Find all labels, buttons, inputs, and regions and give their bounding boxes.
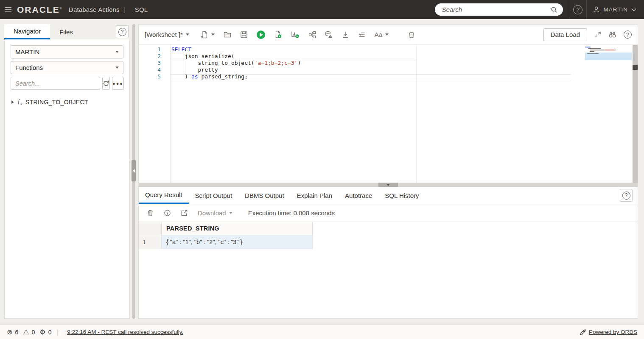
collapse-left-icon [133,169,135,172]
autotrace-button[interactable] [291,31,300,39]
user-name: MARTIN [603,6,628,13]
open-in-new-window-button[interactable] [181,209,188,217]
expand-icon [594,31,601,38]
chevron-down-icon [115,51,119,53]
results-help-button[interactable]: ? [620,189,633,202]
result-info-button[interactable] [164,209,171,217]
refresh-button[interactable] [102,77,110,90]
process-counter[interactable]: ⚙ 0 [39,328,51,336]
row-number-header[interactable] [139,222,162,235]
more-options-button[interactable]: ●●● [112,77,124,90]
trash-icon [147,209,154,217]
splitter-handle[interactable] [378,183,398,187]
global-search-input[interactable] [442,6,550,13]
code-line[interactable]: 1SELECT [139,46,638,53]
status-message-link[interactable]: 9:22:16 AM - REST call resolved successf… [67,329,183,335]
refresh-icon [103,80,109,87]
text-case-icon: Aa [375,31,382,38]
splitter-collapse-handle[interactable] [132,160,136,181]
help-icon: ? [624,31,632,39]
open-in-new-icon [181,209,188,217]
hamburger-menu-icon[interactable] [0,0,16,19]
code-line[interactable]: 4 pretty [139,67,638,73]
user-menu[interactable]: MARTIN [587,6,644,13]
warning-icon: ⚠ [23,328,29,336]
global-search[interactable] [435,3,563,16]
powered-by-ords-link[interactable]: Powered by ORDS [589,329,637,335]
status-bar: ⊗ 6 ⚠ 0 ⚙ 0 | 9:22:16 AM - REST call res… [0,325,644,339]
tab-dbms-output[interactable]: DBMS Output [238,187,291,204]
app-title: Database Actions [69,6,120,13]
open-folder-icon [224,31,231,39]
tree-item-string-to-object[interactable]: ƒx STRING_TO_OBJECT [11,95,123,109]
tab-navigator[interactable]: Navigator [4,24,50,39]
sidebar-splitter[interactable] [130,24,138,319]
download-editor-button[interactable] [342,31,349,39]
explain-plan-button[interactable] [308,31,316,39]
save-button[interactable] [240,31,248,39]
object-search-input[interactable] [11,77,100,90]
title-separator: | [123,6,125,13]
explain-plan-icon [308,31,316,39]
row-number-cell[interactable]: 1 [139,235,162,249]
trash-icon [408,31,415,39]
maximize-button[interactable] [594,31,601,38]
run-statement-button[interactable] [257,31,265,39]
find-button[interactable] [608,31,616,38]
tab-sql-history[interactable]: SQL History [378,187,425,204]
code-line[interactable]: 3 string_to_object('a=1;b=2;c=3') [139,60,638,67]
tab-query-result[interactable]: Query Result [139,187,189,204]
clear-results-button[interactable] [147,209,154,217]
sidebar-help-button[interactable]: ? [116,25,129,38]
editor-scrollbar-marker[interactable] [633,65,638,70]
help-icon: ? [622,192,630,200]
status-divider: | [57,329,59,336]
code-area[interactable]: 1SELECT 2 json_serialize( 3 string_to_ob… [139,46,638,80]
column-header-parsed-string[interactable]: PARSED_STRING [162,222,313,235]
schema-select[interactable]: MARTIN [11,45,123,58]
data-load-button[interactable]: Data Load [543,28,587,41]
editor-minimap[interactable] [585,47,632,61]
tab-autotrace[interactable]: Autotrace [339,187,378,204]
topbar-help-button[interactable]: ? [569,5,586,14]
new-file-button[interactable] [201,31,215,39]
text-case-button[interactable]: Aa [375,31,389,38]
chevron-down-icon [211,33,215,36]
worksheet-help-button[interactable]: ? [624,31,632,39]
db-metrics-button[interactable] [325,31,333,39]
search-icon[interactable] [550,6,558,14]
new-file-icon [201,31,208,39]
chevron-down-icon [115,67,119,69]
result-value-cell[interactable]: { "a" : "1", "b" : "2", "c" : "3" } [162,235,313,249]
tab-files[interactable]: Files [50,24,82,39]
code-line[interactable]: 2 json_serialize( [139,53,638,60]
run-script-icon [274,31,282,39]
tab-script-output[interactable]: Script Output [189,187,239,204]
binoculars-icon [608,31,616,38]
clear-worksheet-button[interactable] [408,31,415,39]
editor-scrollbar[interactable] [633,45,638,183]
indent-icon [358,31,366,39]
indent-button[interactable] [358,31,366,39]
code-line[interactable]: 5 ) as parsed_string; [139,73,638,80]
ellipsis-icon: ●●● [112,81,123,86]
app-section: SQL [135,6,148,13]
warning-counter[interactable]: ⚠ 0 [23,328,35,336]
open-file-button[interactable] [224,31,231,39]
error-counter[interactable]: ⊗ 6 [7,328,18,336]
results-toolbar: Download Execution time: 0.008 seconds [139,204,638,222]
results-tab-bar: Query Result Script Output DBMS Output E… [139,187,638,204]
schema-select-value: MARTIN [15,48,39,56]
editor-results-splitter[interactable] [139,183,638,187]
help-icon: ? [573,5,582,14]
object-type-select-value: Functions [15,64,43,71]
download-results-button[interactable]: Download [198,209,232,217]
tab-explain-plan[interactable]: Explain Plan [291,187,339,204]
expand-arrow-icon[interactable] [11,100,14,104]
worksheet-toolbar: [Worksheet ]* [139,25,638,45]
run-script-button[interactable] [274,31,282,39]
sql-editor[interactable]: 1SELECT 2 json_serialize( 3 string_to_ob… [139,45,638,183]
table-row[interactable]: 1 { "a" : "1", "b" : "2", "c" : "3" } [139,235,313,249]
worksheet-tab-selector[interactable]: [Worksheet ]* [145,31,189,38]
object-type-select[interactable]: Functions [11,61,123,74]
